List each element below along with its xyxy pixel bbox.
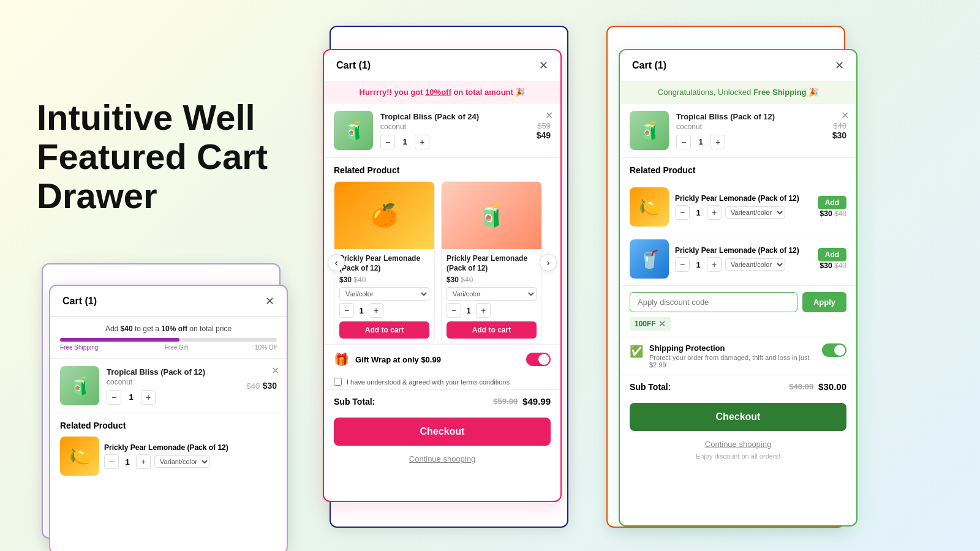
- drawer-right-title: Cart (1): [632, 60, 666, 71]
- item-name-left: Tropical Bliss (Pack of 12): [107, 367, 239, 377]
- drawer-left-close-btn[interactable]: ✕: [265, 296, 274, 307]
- qty-minus-left[interactable]: −: [107, 390, 121, 405]
- related-qty-plus-left[interactable]: +: [136, 454, 151, 469]
- progress-bar: [60, 338, 277, 342]
- related-info-left: Prickly Pear Lemonade (Pack of 12) − 1 +…: [104, 443, 277, 469]
- qty-control-mid: − 1 +: [380, 135, 529, 149]
- carousel-left-arrow[interactable]: ‹: [328, 254, 345, 271]
- label-free-shipping: Free Shipping: [60, 344, 98, 351]
- related-row-right-2: 🥤 Prickly Pear Lemonade (Pack of 12) − 1…: [620, 233, 856, 285]
- rpr-add-btn-1[interactable]: Add: [818, 196, 846, 209]
- price-new-rp-1: $30: [339, 276, 353, 284]
- subtotal-label-right: Sub Total:: [630, 382, 671, 392]
- rpr-qty-minus-1[interactable]: −: [675, 205, 690, 220]
- rpr-variant-1[interactable]: Varieant/color: [725, 206, 785, 219]
- qty-control-right: − 1 +: [676, 135, 825, 149]
- related-price-action-right-2: Add $30 $40: [818, 248, 846, 270]
- item-close-right[interactable]: ✕: [841, 110, 849, 121]
- promo-highlight: 10%off: [425, 88, 451, 97]
- related-qty-left: − 1 + Variant/color: [104, 454, 277, 469]
- related-qty-minus-left[interactable]: −: [104, 454, 119, 469]
- rp-qty-plus-1[interactable]: +: [369, 303, 383, 318]
- promo-text: you got: [394, 88, 426, 97]
- rp-qty-minus-2[interactable]: −: [447, 303, 461, 318]
- item-close-mid[interactable]: ✕: [545, 110, 553, 121]
- carousel-right-arrow[interactable]: ›: [540, 254, 557, 271]
- price-old-right: $40: [832, 121, 846, 130]
- item-variant-right: coconut: [676, 122, 825, 131]
- item-info-right: Tropical Bliss (Pack of 12) coconut − 1 …: [676, 112, 825, 149]
- drawer-left-outer-header: Cart (1) ✕: [50, 286, 287, 317]
- related-variant-mid-2[interactable]: Vari/color: [447, 287, 537, 301]
- terms-checkbox[interactable]: [334, 378, 342, 386]
- subtotal-new-right: $30.00: [818, 381, 846, 392]
- subtotal-row-right: Sub Total: $40.00 $30.00: [620, 375, 856, 398]
- sp-desc: Protect your order from damaged, thift a…: [649, 354, 816, 369]
- related-variant-select-left[interactable]: Variant/color: [154, 455, 210, 468]
- continue-shopping-mid[interactable]: Continue shooping: [324, 451, 560, 467]
- subtotal-row-mid: Sub Total: $59.00 $49.99: [324, 389, 560, 413]
- related-card-mid-1: 🍊 Prickly Pear Lemonade (Pack of 12) $30…: [334, 181, 435, 344]
- related-img-right-1: 🍋: [630, 187, 669, 227]
- rpr-qty-plus-2[interactable]: +: [707, 257, 722, 272]
- rpr-prices-1: $30 $40: [818, 209, 846, 218]
- qty-plus-right[interactable]: +: [710, 135, 725, 149]
- continue-sub-right: Enjoy discount on all orders!: [620, 452, 856, 466]
- item-variant-left: coconut: [107, 378, 239, 386]
- related-qty-right-1: − 1 + Varieant/color: [675, 205, 812, 220]
- related-variant-mid-1[interactable]: Vari/color: [339, 287, 429, 301]
- subtotal-prices-mid: $59.00 $49.99: [493, 396, 551, 407]
- related-info-mid-1: Prickly Pear Lemonade (Pack of 12) $30 $…: [334, 249, 434, 343]
- item-name-mid: Tropical Bliss (Pack of 24): [380, 112, 529, 121]
- rpr-variant-2[interactable]: Varieant/color: [725, 258, 785, 271]
- drawer-mid-close-btn[interactable]: ✕: [539, 60, 548, 71]
- add-to-cart-btn-mid-2[interactable]: Add to cart: [447, 321, 537, 339]
- rp-qty-minus-1[interactable]: −: [339, 303, 354, 318]
- label-free-gift: Free Gift: [165, 344, 189, 351]
- related-info-mid-2: Prickly Pear Lemonade (Pack of 12) $30 $…: [442, 249, 541, 343]
- qty-row-mid-2: − 1 +: [447, 303, 537, 318]
- gift-icon: 🎁: [334, 352, 349, 367]
- price-new-rp-2: $30: [447, 276, 461, 284]
- rp-qty-num-2: 1: [464, 306, 473, 315]
- gift-text: Gift Wrap at only $0.99: [355, 355, 520, 364]
- qty-plus-left[interactable]: +: [141, 390, 156, 405]
- cart-item-mid: 🧃 Tropical Bliss (Pack of 24) coconut − …: [324, 103, 560, 158]
- item-image-right: 🧃: [630, 111, 669, 150]
- progress-section: Add $40 to get a 10% off on total price …: [50, 317, 287, 359]
- related-card-mid-2: 🧃 Prickly Pear Lemonade (Pack of 12) $30…: [441, 181, 542, 344]
- discount-input[interactable]: [630, 292, 797, 312]
- related-carousel-mid: ‹ 🍊 Prickly Pear Lemonade (Pack of 12) $…: [334, 181, 551, 344]
- price-old-rp-2: $40: [461, 276, 473, 284]
- rpr-qty-minus-2[interactable]: −: [675, 257, 690, 272]
- promo-banner-mid: Hurrrry!! you got 10%off on total amount…: [324, 81, 560, 103]
- progress-text: Add $40 to get a 10% off on total price: [60, 324, 277, 333]
- continue-shopping-right[interactable]: Continue shooping: [620, 436, 856, 452]
- add-to-cart-btn-mid-1[interactable]: Add to cart: [339, 321, 429, 339]
- promo-suffix-right: 🎉: [809, 88, 818, 97]
- rpr-add-btn-2[interactable]: Add: [818, 248, 846, 261]
- qty-num-right: 1: [696, 137, 706, 146]
- related-section-right: Related Product: [620, 158, 856, 181]
- qty-plus-mid[interactable]: +: [415, 135, 429, 149]
- checkout-btn-mid[interactable]: Checkout: [334, 418, 551, 446]
- qty-num-left: 1: [126, 392, 136, 402]
- rpr-price-new-1: $30: [820, 209, 834, 218]
- related-title-right: Related Product: [630, 165, 846, 175]
- qty-minus-right[interactable]: −: [676, 135, 691, 149]
- rpr-qty-plus-1[interactable]: +: [707, 205, 722, 220]
- related-img-left: 🍋: [60, 437, 99, 476]
- apply-btn[interactable]: Apply: [802, 292, 846, 312]
- rp-qty-plus-2[interactable]: +: [476, 303, 491, 318]
- checkout-btn-right[interactable]: Checkout: [630, 403, 846, 431]
- qty-minus-mid[interactable]: −: [380, 135, 395, 149]
- drawer-right-header: Cart (1) ✕: [620, 50, 856, 81]
- shipping-protection-toggle[interactable]: [822, 343, 846, 357]
- drawer-right-close-btn[interactable]: ✕: [835, 60, 844, 71]
- promo-free-ship: Free Shipping: [753, 88, 807, 97]
- sp-title: Shipping Protection: [649, 343, 816, 353]
- discount-tag-remove[interactable]: ✕: [658, 319, 666, 329]
- progress-labels: Free Shipping Free Gift 10% Off: [60, 344, 277, 351]
- item-close-left[interactable]: ✕: [271, 365, 279, 377]
- gift-toggle[interactable]: [526, 353, 551, 366]
